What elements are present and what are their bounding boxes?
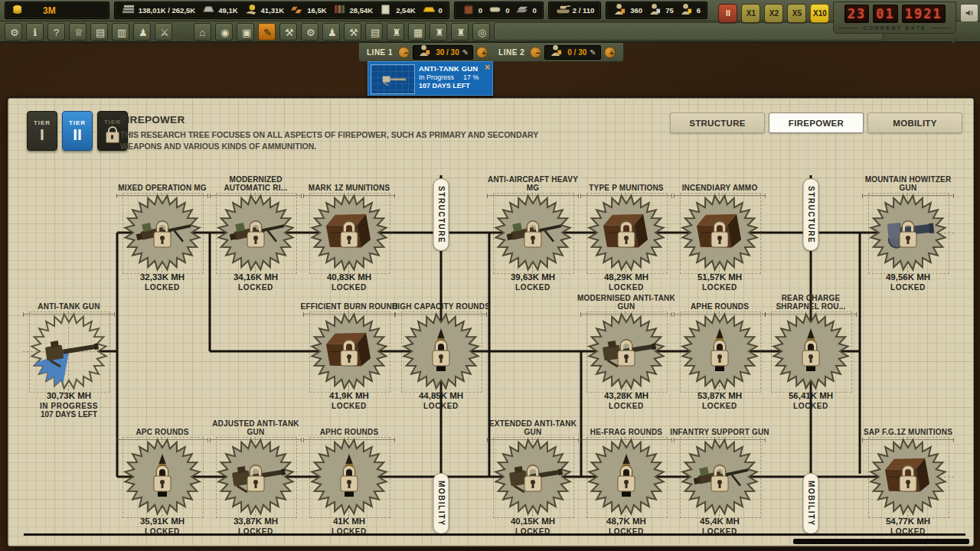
node-cost: 35,91K MH [112,517,213,526]
toolbar-intel-button[interactable]: ♟ [133,23,151,41]
toolbar-warehouse-button[interactable]: ▦ [408,23,426,41]
speed-x2-button[interactable]: X2 [764,4,783,23]
lock-icon [341,340,358,366]
resource-item: 2 / 110 [555,3,595,18]
toolbar-tank-combat-button[interactable]: ♜ [451,23,469,41]
tank-production-icon: ♜ [392,27,401,38]
world-market-icon: ◉ [220,27,229,38]
research-node[interactable]: REAR CHARGE SHRAPNEL ROU...56,41K MHLOCK… [760,289,861,422]
toolbar-reports-button[interactable]: ▥ [112,23,129,41]
pause-button[interactable]: II [718,4,737,23]
node-cost: 48,7K MH [576,517,677,526]
node-status: LOCKED [858,283,959,292]
active-research-card[interactable]: ANTI-TANK GUN In Progress 17 % 107 DAYS … [368,61,493,96]
toolbar-tank-production-button[interactable]: ♜ [387,23,404,41]
date-month: 01 [873,5,897,23]
toolbar-settings-button[interactable]: ⚙ [5,23,22,41]
toolbar-construction-button[interactable]: ⚒ [344,23,361,41]
research-node[interactable]: HIGH CAPACITY ROUNDS44,85K MHLOCKED [390,289,492,422]
toolbar-factory-button[interactable]: ⌂ [194,23,211,41]
toolbar-tank-depot-button[interactable]: ♜ [430,23,447,41]
toolbar-materials-button[interactable]: ▤ [365,23,383,41]
hand-coins-icon [243,3,259,18]
toolbar-contracts-button[interactable]: ▣ [237,23,254,41]
close-icon[interactable]: × [485,62,490,73]
node-cost: 41K MH [299,517,400,526]
research-node[interactable]: TYPE P MUNITIONS48,29K MHLOCKED [576,170,677,303]
workshop-icon: ⚒ [285,27,294,38]
announcements-button[interactable] [960,4,978,22]
node-cost: 56,41K MH [760,391,861,400]
lock-icon [524,221,541,247]
edit-line-icon[interactable]: ✎ [590,47,596,58]
personnel-box: 360756 [606,2,707,19]
node-status: LOCKED [390,402,492,410]
tree-bottom-divider [24,533,965,536]
toolbar-info-button[interactable]: ℹ [26,23,44,41]
active-research-percent: 17 % [463,73,479,81]
research-node[interactable]: ANTI-AIRCRAFT HEAVY MG39,63K MHLOCKED [482,170,583,303]
toolbar-tank-targets-button[interactable]: ◎ [472,23,490,41]
engineer-icon [648,3,663,18]
resources-main-box: 138,01K / 262,5K49,1K41,31K16,5K28,54K2,… [114,2,449,19]
speed-x1-button[interactable]: X1 [741,4,760,23]
resource-value: 16,5K [307,6,326,15]
research-node[interactable]: ADJUSTED ANTI-TANK GUN33,87K MHLOCKED [205,414,306,546]
toolbar-help-button[interactable]: ? [47,23,65,41]
research-node[interactable]: APC ROUNDS35,91K MHLOCKED [112,414,213,546]
node-title: ANTI-AIRCRAFT HEAVY MG [482,170,583,193]
toolbar-repairs-button[interactable]: ⚙ [301,23,318,41]
info-icon: ℹ [33,27,37,38]
remove-worker-button[interactable]: − [398,47,410,58]
research-node[interactable]: MARK 1Z MUNITIONS40,83K MHLOCKED [299,170,400,303]
remove-worker-button[interactable]: − [530,47,541,58]
toolbar-research-button[interactable]: ✎ [258,23,276,41]
node-cost: 49,56K MH [858,272,959,282]
research-node[interactable]: EFFICIENT BURN ROUND41,9K MHLOCKED [299,289,400,422]
node-title: APC ROUNDS [112,414,213,437]
active-research-title: ANTI-TANK GUN [419,64,491,73]
research-node[interactable]: MODERNISED ANTI-TANK GUN43,28K MHLOCKED [576,289,677,422]
research-node[interactable]: MODERNIZED AUTOMATIC RI...34,16K MHLOCKE… [205,170,306,303]
toolbar-newspaper-button[interactable]: ▤ [90,23,108,41]
edit-line-icon[interactable]: ✎ [462,47,469,58]
add-worker-button[interactable]: + [604,47,616,58]
speed-x10-button[interactable]: X10 [810,4,829,23]
toolbar-military-button[interactable]: ⚔ [155,23,172,41]
node-title: ADJUSTED ANTI-TANK GUN [205,414,306,437]
research-node[interactable]: INCENDIARY AMMO51,57K MHLOCKED [669,170,770,303]
gear-icon [680,311,760,391]
resource-item: 0 [461,3,482,18]
node-cost: 45,4K MH [669,517,770,526]
speed-x5-button[interactable]: X5 [787,4,806,23]
research-node[interactable]: EXTENDED ANTI-TANK GUN40,15K MHLOCKED [482,414,583,546]
lock-icon [247,465,264,491]
horizontal-scrollbar-thumb[interactable] [793,539,969,544]
warehouse-icon: ▦ [413,27,423,38]
add-worker-button[interactable]: + [476,47,488,58]
research-node[interactable]: MOUNTAIN HOWITZER GUN49,56K MHLOCKED [858,170,959,303]
research-node[interactable]: APHC ROUNDS41K MHLOCKED [299,414,400,546]
research-node[interactable]: SAP F.G.1Z MUNITIONS54,77K MHLOCKED [858,414,959,546]
lock-icon [341,465,358,491]
resource-value: 6 [697,6,701,15]
research-node[interactable]: APHE ROUNDS53,87K MHLOCKED [669,289,770,422]
node-cost: 32,33K MH [112,272,213,282]
research-node[interactable]: ANTI-TANK GUN30,73K MHIN PROGRESS107 DAY… [18,289,119,422]
toolbar-achievements-button[interactable]: ♕ [69,23,87,41]
toolbar-workshop-button[interactable]: ⚒ [279,23,297,41]
materials-icon: ▤ [371,27,380,38]
paper-icon [378,3,394,18]
resource-item: 41,31K [243,3,285,18]
toolbar-world-market-button[interactable]: ◉ [215,23,233,41]
lock-icon [618,340,635,366]
toolbar-staff-button[interactable]: ♟ [322,23,340,41]
gear-icon [216,193,296,272]
research-node[interactable]: INFANTRY SUPPORT GUN45,4K MHLOCKED [669,414,770,546]
research-node[interactable]: HE-FRAG ROUNDS48,7K MHLOCKED [576,414,677,546]
armor-plates-icon [514,3,530,18]
research-icon: ✎ [263,27,272,38]
date-panel-collapse-chevron[interactable] [948,38,959,44]
research-node[interactable]: MIXED OPERATION MG32,33K MHLOCKED [112,170,213,303]
copper-icon [289,3,305,18]
